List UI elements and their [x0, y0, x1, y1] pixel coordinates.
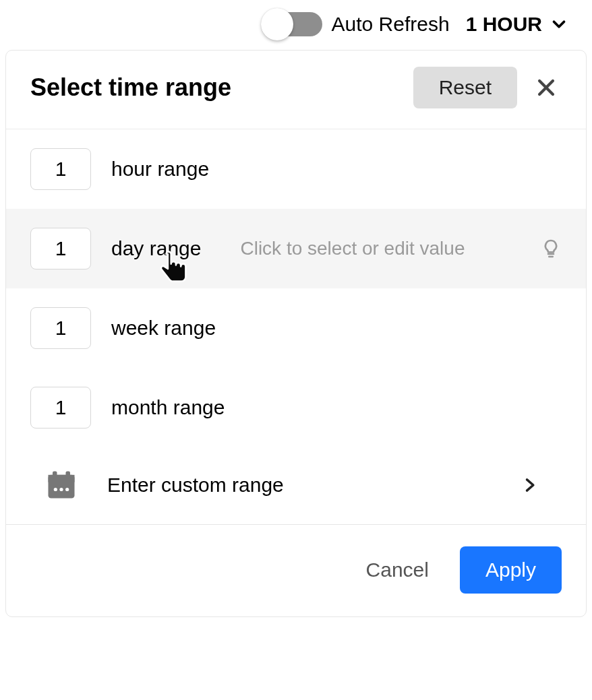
month-value-input[interactable]: [30, 387, 91, 428]
week-value-input[interactable]: [30, 307, 91, 349]
range-row-month[interactable]: month range: [6, 368, 586, 447]
day-value-input[interactable]: [30, 228, 91, 269]
panel-footer: Cancel Apply: [6, 525, 586, 616]
close-icon: [535, 76, 558, 99]
month-range-label: month range: [111, 396, 225, 419]
range-row-week[interactable]: week range: [6, 288, 586, 368]
svg-rect-2: [53, 471, 57, 478]
time-range-panel: Select time range Reset hour range day r…: [5, 50, 587, 617]
close-button[interactable]: [531, 72, 562, 103]
svg-point-6: [65, 488, 69, 491]
apply-button[interactable]: Apply: [460, 546, 562, 594]
svg-rect-1: [49, 475, 75, 482]
cancel-button[interactable]: Cancel: [354, 548, 441, 592]
auto-refresh-control: Auto Refresh: [263, 12, 450, 36]
hour-range-label: hour range: [111, 158, 209, 181]
calendar-icon: [44, 468, 79, 503]
svg-point-5: [59, 488, 63, 491]
reset-button[interactable]: Reset: [413, 67, 517, 108]
panel-header: Select time range Reset: [6, 51, 586, 129]
toggle-knob: [261, 8, 293, 40]
custom-range-label: Enter custom range: [107, 474, 492, 497]
time-range-dropdown[interactable]: 1 HOUR: [466, 13, 576, 36]
lightbulb-icon: [540, 238, 562, 259]
range-row-hour[interactable]: hour range: [6, 129, 586, 209]
hover-hint-text: Click to select or edit value: [240, 238, 520, 259]
top-toolbar: Auto Refresh 1 HOUR: [0, 0, 592, 42]
auto-refresh-toggle[interactable]: [263, 12, 322, 36]
week-range-label: week range: [111, 317, 216, 340]
svg-point-4: [54, 488, 57, 491]
range-row-day[interactable]: day range Click to select or edit value: [6, 209, 586, 288]
day-range-label: day range: [111, 237, 201, 260]
panel-title: Select time range: [30, 73, 400, 102]
hour-value-input[interactable]: [30, 148, 91, 190]
chevron-down-icon: [549, 14, 569, 34]
custom-range-row[interactable]: Enter custom range: [6, 447, 586, 524]
time-range-selected: 1 HOUR: [466, 13, 542, 36]
svg-rect-3: [66, 471, 71, 478]
auto-refresh-label: Auto Refresh: [332, 13, 450, 36]
chevron-right-icon: [520, 476, 539, 495]
